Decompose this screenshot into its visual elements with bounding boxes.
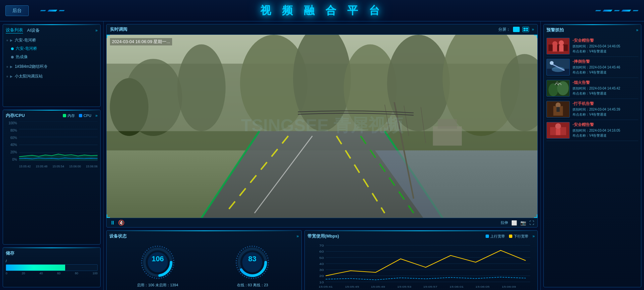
device-item[interactable]: 热成像	[6, 53, 98, 61]
storage-x-label: 100	[93, 272, 98, 275]
svg-text:30: 30	[319, 268, 324, 272]
fullscreen-icon[interactable]: ⛶	[529, 220, 534, 226]
bandwidth-header: 带宽使用(Mbps) 上行宽带 下行宽带 »	[307, 233, 535, 239]
back-button[interactable]: 后台	[5, 5, 29, 16]
cpu-x-label: 15:06:00	[69, 165, 81, 168]
device-item[interactable]: 六安-皂河桥	[6, 44, 98, 53]
alert-info: -安全帽告警抓拍时间：2024-03-04 14:46:05布点名称：V4告警通…	[572, 38, 638, 54]
storage-x-labels: 020406080100	[6, 272, 98, 275]
device-group-header[interactable]: ≡▶1#384m2烧结环冷	[6, 62, 98, 71]
svg-text:15:05:53: 15:05:53	[397, 285, 411, 288]
corner-bl	[107, 214, 110, 218]
svg-text:15:05:45: 15:05:45	[345, 285, 359, 288]
svg-point-80	[548, 84, 558, 96]
header-deco-left	[40, 10, 65, 12]
alert-type: -安全帽告警	[572, 122, 638, 128]
right-panel: 预警抓拍 » -安全帽告警抓拍时间：2024-03-04 14:46:05布点名…	[540, 21, 644, 290]
video-header: 实时调阅 分屏： »	[107, 24, 537, 35]
alert-time: 抓拍时间：2024-03-04 14:45:46	[572, 65, 638, 70]
bandwidth-chart: 70 60 50 40 30 20 10 15:05:41 15:05:45	[307, 242, 535, 289]
bandwidth-expand[interactable]: »	[532, 234, 535, 239]
camera-capture-icon[interactable]: 📷	[520, 220, 526, 226]
video-title: 实时调阅	[110, 26, 127, 32]
gauge-enabled-svg: 106	[139, 244, 176, 281]
cpu-expand-icon[interactable]: »	[95, 113, 98, 118]
memory-legend-label: 内存	[68, 113, 75, 118]
upload-legend-label: 上行宽带	[490, 234, 505, 239]
alert-type: -打手机告警	[572, 101, 638, 107]
alert-type: -摔倒告警	[572, 59, 638, 64]
storage-bar-used	[6, 265, 33, 271]
deco-bar-r5	[633, 10, 639, 11]
storage-x-label: 80	[75, 272, 78, 275]
video-expand-icon[interactable]: »	[532, 27, 534, 32]
video-play-controls: ⏸ 🔇	[110, 220, 125, 226]
alert-item[interactable]: -安全帽告警抓拍时间：2024-03-04 14:16:05布点名称：V4告警通…	[546, 120, 638, 141]
grid-screen-btn[interactable]	[522, 27, 529, 32]
storage-chart: / 020406080100	[6, 259, 98, 275]
svg-text:15:06:01: 15:06:01	[449, 285, 464, 288]
gauges-container: 106 启用：106 未启用：1394	[109, 242, 299, 289]
single-screen-btn[interactable]	[513, 27, 520, 32]
expand-icon[interactable]: »	[95, 28, 98, 33]
device-group-header[interactable]: ≡▶小太阳沟调压站	[6, 72, 98, 81]
cpu-legend-item: CPU	[79, 114, 91, 118]
grid-cell-1	[523, 28, 526, 29]
alert-panel: 预警抓拍 » -安全帽告警抓拍时间：2024-03-04 14:46:05布点名…	[543, 24, 641, 287]
svg-text:TSINGSEE 青犀视频: TSINGSEE 青犀视频	[241, 116, 404, 135]
grid-cell-2	[526, 28, 528, 29]
svg-point-88	[555, 123, 561, 129]
alert-item[interactable]: -摔倒告警抓拍时间：2024-03-04 14:45:46布点名称：V4告警通道	[546, 57, 638, 78]
alert-item[interactable]: -安全帽告警抓拍时间：2024-03-04 14:46:05布点名称：V4告警通…	[546, 36, 638, 57]
storage-title: 储存	[6, 250, 14, 256]
corner-br	[534, 214, 537, 218]
pause-button[interactable]: ⏸	[110, 220, 115, 226]
gauge-online-svg: 83	[234, 244, 271, 281]
gauge-enabled: 106 启用：106 未启用：1394	[137, 244, 178, 288]
svg-text:70: 70	[319, 244, 324, 247]
storage-x-label: 40	[39, 272, 43, 275]
upload-legend: 上行宽带	[486, 234, 505, 239]
alert-expand[interactable]: »	[636, 28, 638, 32]
alert-thumb	[546, 38, 570, 54]
device-group-header[interactable]: ≡▶六安-皂河桥	[6, 36, 98, 44]
svg-text:83: 83	[248, 255, 256, 263]
main-layout: 设备列表 AI设备 » ≡▶六安-皂河桥六安-皂河桥热成像≡▶1#384m2烧结…	[0, 21, 644, 290]
video-controls-right: 分屏： »	[498, 27, 534, 32]
deco-bar-1	[40, 10, 46, 11]
alert-location: 布点名称：V4告警通道	[572, 112, 638, 117]
alert-item[interactable]: -打手机告警抓拍时间：2024-03-04 14:45:39布点名称：V4告警通…	[546, 99, 638, 120]
stretch-label[interactable]: 拉伸	[501, 220, 508, 225]
volume-button[interactable]: 🔇	[118, 220, 125, 226]
alert-item[interactable]: -烟火告警抓拍时间：2024-03-04 14:45:42布点名称：V4告警通道	[546, 78, 638, 99]
screen-label: 分屏：	[498, 27, 510, 32]
deco-bar-r3	[614, 10, 620, 11]
header-deco-right	[595, 10, 639, 12]
alert-info: -摔倒告警抓拍时间：2024-03-04 14:45:46布点名称：V4告警通道	[572, 59, 638, 75]
corner-tl	[107, 35, 110, 38]
svg-text:50: 50	[319, 256, 324, 259]
upload-legend-dot	[486, 235, 489, 238]
aspect-ratio-icon[interactable]: ⬜	[511, 220, 517, 226]
alert-time: 抓拍时间：2024-03-04 14:45:42	[572, 86, 638, 91]
svg-rect-27	[433, 126, 462, 146]
deco-bar-3	[59, 10, 65, 11]
svg-point-78	[550, 61, 554, 65]
corner-tr	[534, 35, 537, 38]
tab-ai-device[interactable]: AI设备	[27, 27, 40, 33]
deco-bar-r4	[621, 10, 631, 12]
device-status-expand[interactable]: »	[296, 234, 299, 239]
alert-location: 布点名称：V4告警通道	[572, 133, 638, 138]
alert-thumb	[546, 101, 570, 118]
bandwidth-legend: 上行宽带 下行宽带 »	[486, 234, 535, 239]
deco-bar-r1	[595, 10, 601, 11]
gauge-online: 83 在线：83 离线：23	[234, 244, 271, 288]
left-panel: 设备列表 AI设备 » ≡▶六安-皂河桥六安-皂河桥热成像≡▶1#384m2烧结…	[0, 21, 104, 290]
device-group: ≡▶六安-皂河桥六安-皂河桥热成像	[6, 36, 98, 61]
cpu-y-label: 0%	[6, 158, 17, 161]
svg-point-81	[557, 81, 569, 95]
bandwidth-title: 带宽使用(Mbps)	[307, 233, 339, 239]
video-right-controls: 拉伸 ⬜ 📷 ⛶	[501, 220, 534, 226]
alert-location: 布点名称：V4告警通道	[572, 91, 638, 96]
tab-device-list[interactable]: 设备列表	[6, 27, 23, 33]
